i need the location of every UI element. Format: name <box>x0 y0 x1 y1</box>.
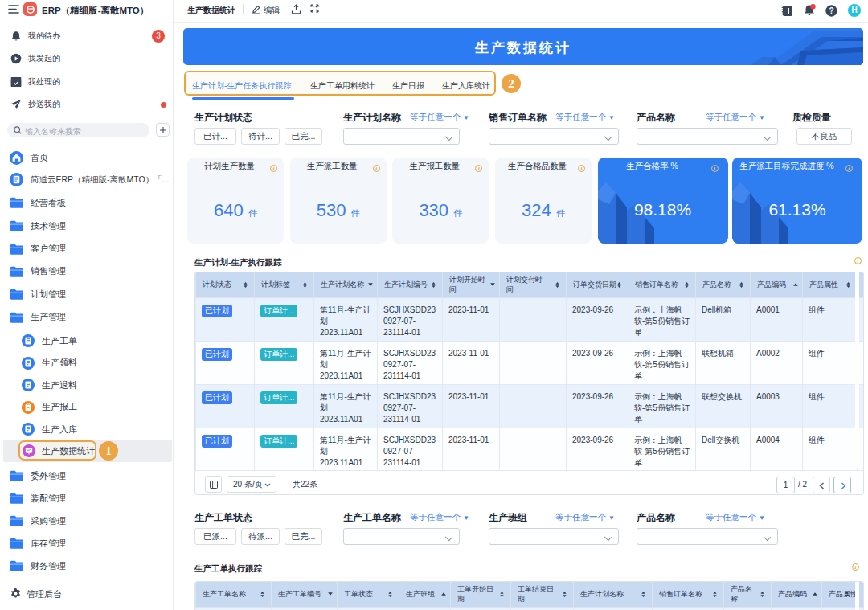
svg-text:?: ? <box>829 6 833 15</box>
